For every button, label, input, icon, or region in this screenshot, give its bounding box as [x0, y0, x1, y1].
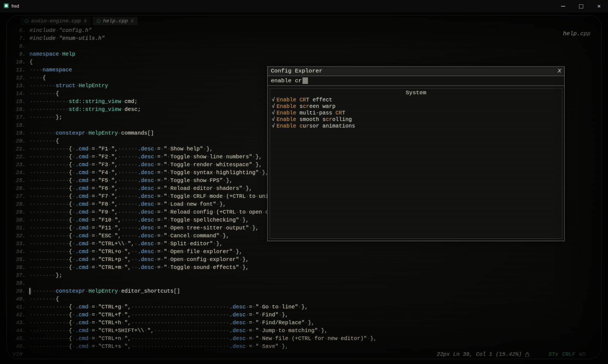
text-cursor: [302, 77, 308, 84]
code-line: 41.············{·.cmd·=·"CTRL+g·",······…: [7, 303, 604, 311]
status-flag-ws: WS: [579, 351, 586, 357]
titlebar-left: fred: [0, 3, 19, 9]
minimize-icon: [561, 6, 565, 7]
status-flag-stx: STx: [549, 351, 558, 357]
maximize-icon: [579, 4, 583, 8]
config-explorer-popup: Config Explorer X enable cr System √Enab…: [267, 66, 565, 241]
code-line: 42.············{·.cmd·=·"CTRL+f·",······…: [7, 311, 604, 319]
checkmark-icon: √: [272, 123, 275, 129]
code-line: 40.········{: [7, 295, 604, 303]
code-line: 10.{: [7, 58, 604, 66]
line-number: 27.: [7, 192, 29, 200]
line-number: 31.: [7, 224, 29, 232]
line-number: 28.: [7, 200, 29, 208]
code-line: 9.namespace·Help: [7, 50, 604, 58]
line-number: 20.: [7, 137, 29, 145]
code-line: 45.············{·.cmd·=·"CTRL+n·",······…: [7, 335, 604, 342]
config-option[interactable]: √Enable cursor animations: [270, 123, 562, 129]
status-right-group: 22px Ln 39, Col 1 (15.42%) STxCRLFWS: [437, 351, 586, 357]
line-number: 39.: [7, 287, 29, 295]
line-number: 6.: [7, 26, 29, 34]
line-number: 34.: [7, 248, 29, 256]
line-number: 30.: [7, 216, 29, 224]
code-line: 6.#include·"config.h": [7, 26, 604, 34]
popup-results: System √Enable CRT effect√Enable screen …: [270, 88, 562, 239]
close-button[interactable]: ✕: [590, 0, 608, 13]
line-number: 46.: [7, 342, 29, 350]
line-number: 19.: [7, 129, 29, 137]
code-line: 43.············{·.cmd·=·"CTRL+h·",······…: [7, 319, 604, 327]
line-number: 18.: [7, 121, 29, 129]
tab-audio-engine.cpp[interactable]: audio-engine.cppX: [21, 17, 91, 25]
cpp-file-icon: [97, 19, 101, 23]
line-number: 11.: [7, 66, 29, 74]
window-title: fred: [11, 4, 19, 9]
tab-bar: audio-engine.cppXhelp.cppX: [21, 17, 137, 25]
line-number: 16.: [7, 105, 29, 113]
line-number: 44.: [7, 327, 29, 335]
code-line: 7.#include·"enum-utils.h": [7, 34, 604, 42]
app-window: fred ✕ 6.#include·"config.h"7.#include·"…: [0, 0, 608, 364]
popup-close-button[interactable]: X: [558, 66, 561, 76]
config-option[interactable]: √Enable multi-pass CRT: [270, 110, 562, 116]
line-number: 29.: [7, 208, 29, 216]
checkmark-icon: √: [272, 110, 275, 116]
tab-label: audio-engine.cpp: [31, 18, 81, 24]
cpp-file-icon: [25, 19, 29, 23]
line-number: 23.: [7, 161, 29, 169]
line-number: 24.: [7, 169, 29, 177]
code-line: 38.: [7, 279, 604, 287]
current-file-label: help.cpp: [563, 31, 591, 37]
line-number: 26.: [7, 184, 29, 192]
status-bar: VIM 22px Ln 39, Col 1 (15.42%) STxCRLFWS: [13, 351, 586, 357]
code-line: 46.············{·.cmd·=·"CTRL+s·",······…: [7, 342, 604, 350]
maximize-button[interactable]: [572, 0, 590, 13]
code-line: 37.········};: [7, 271, 604, 279]
popup-titlebar: Config Explorer X: [268, 66, 564, 76]
checkmark-icon: √: [272, 97, 275, 103]
line-number: 33.: [7, 240, 29, 248]
status-flag-crlf: CRLF: [562, 351, 575, 357]
popup-title: Config Explorer: [271, 66, 322, 76]
app-icon: [4, 3, 9, 9]
config-option[interactable]: √Enable smooth scrolling: [270, 116, 562, 123]
code-line: 36.············{·.cmd·=·"CTRL+m·",··.des…: [7, 263, 604, 271]
line-number: 35.: [7, 256, 29, 263]
code-line: 8.: [7, 42, 604, 50]
config-option[interactable]: √Enable CRT effect: [270, 97, 562, 103]
line-number: 41.: [7, 303, 29, 311]
line-number: 37.: [7, 271, 29, 279]
tab-close-button[interactable]: X: [84, 19, 86, 24]
line-number: 14.: [7, 90, 29, 98]
line-number: 25.: [7, 177, 29, 184]
status-position: 22px Ln 39, Col 1 (15.42%): [437, 351, 522, 357]
line-number: 40.: [7, 295, 29, 303]
lock-icon: [525, 352, 529, 357]
section-header: System: [270, 89, 562, 97]
line-number: 9.: [7, 50, 29, 58]
editor-screen: 6.#include·"config.h"7.#include·"enum-ut…: [4, 13, 604, 361]
vim-mode-indicator: VIM: [13, 351, 22, 357]
tab-help.cpp[interactable]: help.cppX: [93, 17, 137, 25]
line-number: 15.: [7, 98, 29, 105]
line-number: 7.: [7, 34, 29, 42]
line-number: 32.: [7, 232, 29, 240]
line-number: 17.: [7, 113, 29, 121]
config-search-query: enable cr: [271, 78, 302, 84]
config-search-input[interactable]: enable cr: [268, 76, 564, 86]
line-number: 42.: [7, 311, 29, 319]
line-number: 8.: [7, 42, 29, 50]
code-line: 39.········constexpr·HelpEntry·editor_sh…: [7, 287, 604, 295]
minimize-button[interactable]: [554, 0, 572, 13]
line-number: 10.: [7, 58, 29, 66]
code-line: 44.············{·.cmd·=·"CTRL+SHIFT+\\·"…: [7, 327, 604, 335]
code-line: 35.············{·.cmd·=·"CTRL+p·",··.des…: [7, 256, 604, 263]
tab-label: help.cpp: [103, 18, 128, 24]
tab-close-button[interactable]: X: [131, 19, 134, 24]
close-icon: ✕: [597, 4, 601, 9]
line-number: 12.: [7, 74, 29, 82]
line-number: 43.: [7, 319, 29, 327]
line-number: 38.: [7, 279, 29, 287]
config-option[interactable]: √Enable screen warp: [270, 103, 562, 110]
line-number: 36.: [7, 263, 29, 271]
